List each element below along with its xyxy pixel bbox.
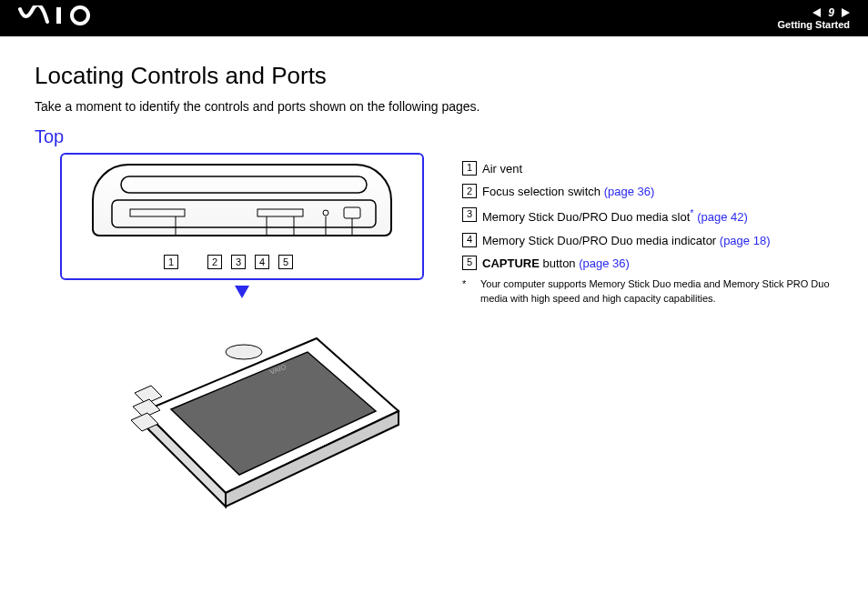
legend-text-3: Memory Stick Duo/PRO Duo media slot* (pa…	[482, 205, 833, 228]
callout-5: 5	[278, 255, 293, 269]
top-view-box: 1 2 3 4 5	[60, 153, 424, 280]
legend-item-1: 1 Air vent	[462, 158, 833, 179]
callout-4: 4	[255, 255, 269, 269]
svg-rect-0	[56, 7, 61, 24]
legend-item-3: 3 Memory Stick Duo/PRO Duo media slot* (…	[462, 205, 833, 228]
legend-link-2[interactable]: (page 36)	[604, 185, 655, 198]
legend-link-3[interactable]: (page 42)	[694, 210, 748, 224]
subheading: Top	[35, 126, 833, 147]
legend-item-2: 2 Focus selection switch (page 36)	[462, 181, 833, 202]
header-right: 9 Getting Started	[778, 6, 850, 30]
footnote-mark: *	[462, 277, 471, 306]
legend-link-4[interactable]: (page 18)	[720, 234, 771, 247]
intro-text: Take a moment to identify the controls a…	[35, 99, 833, 114]
legend-item-5: 5 CAPTURE button (page 36)	[462, 253, 833, 274]
footnote: * Your computer supports Memory Stick Du…	[462, 277, 833, 306]
legend-num-3: 3	[462, 207, 477, 222]
callout-number-row: 1 2 3 4 5	[164, 255, 293, 269]
callout-2: 2	[207, 255, 222, 269]
legend-text-5: CAPTURE button (page 36)	[482, 253, 833, 274]
svg-point-20	[226, 345, 262, 359]
header-bar: 9 Getting Started	[0, 0, 868, 36]
callout-3: 3	[231, 255, 246, 269]
legend-text-4: Memory Stick Duo/PRO Duo media indicator…	[482, 230, 833, 251]
legend-num-5: 5	[462, 256, 477, 270]
legend-column: 1 Air vent 2 Focus selection switch (pag…	[462, 153, 833, 306]
legend-text-1: Air vent	[482, 158, 833, 179]
svg-point-1	[72, 7, 88, 24]
next-page-arrow-icon[interactable]	[842, 8, 850, 17]
footnote-text: Your computer supports Memory Stick Duo …	[480, 277, 833, 306]
diagram-column: 1 2 3 4 5	[35, 153, 435, 511]
legend-num-1: 1	[462, 161, 477, 176]
legend-link-5[interactable]: (page 36)	[579, 256, 630, 270]
legend-num-4: 4	[462, 233, 477, 247]
legend-text-2: Focus selection switch (page 36)	[482, 181, 833, 202]
vaio-logo	[18, 5, 109, 31]
svg-rect-7	[344, 207, 360, 218]
arrow-down-icon	[235, 286, 249, 298]
svg-point-6	[323, 210, 328, 216]
legend-item-4: 4 Memory Stick Duo/PRO Duo media indicat…	[462, 230, 833, 251]
device-perspective-illustration: VAIO	[107, 302, 417, 511]
callout-1: 1	[164, 255, 178, 269]
svg-rect-3	[112, 200, 376, 227]
page-content: Locating Controls and Ports Take a momen…	[0, 36, 868, 537]
page-nav: 9	[812, 6, 850, 19]
prev-page-arrow-icon[interactable]	[812, 8, 821, 17]
svg-rect-4	[130, 209, 185, 216]
legend-num-2: 2	[462, 184, 477, 198]
page-number: 9	[828, 6, 834, 19]
device-top-view-illustration	[92, 164, 392, 236]
svg-rect-2	[121, 176, 367, 193]
svg-rect-5	[257, 209, 303, 216]
page-title: Locating Controls and Ports	[35, 62, 833, 90]
section-label: Getting Started	[778, 19, 850, 30]
